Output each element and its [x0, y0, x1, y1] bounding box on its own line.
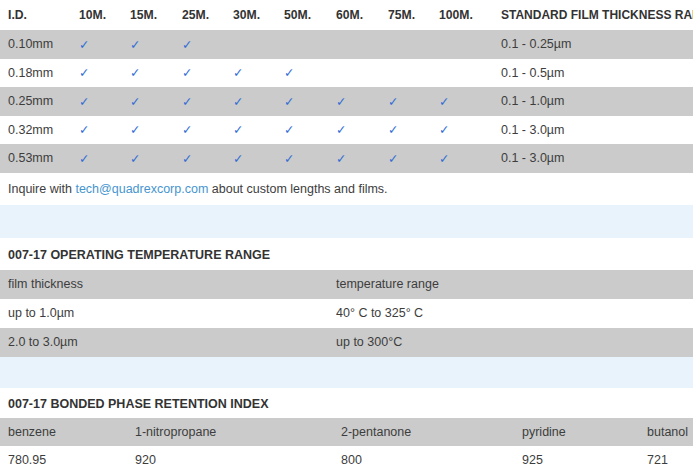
column-header-id: I.D.: [0, 0, 79, 30]
check-icon: ✓: [284, 144, 336, 173]
nitropropane-value: 920: [127, 446, 333, 471]
custom-lengths-note: Inquire with tech@quadrexcorp.com about …: [0, 173, 693, 205]
check-icon: ✓: [182, 30, 233, 59]
check-icon: ✓: [130, 116, 182, 145]
table-row: 0.25mm ✓ ✓ ✓ ✓ ✓ ✓ ✓ ✓ 0.1 - 1.0µm: [0, 87, 693, 116]
table-row: 0.32mm ✓ ✓ ✓ ✓ ✓ ✓ ✓ ✓ 0.1 - 3.0µm: [0, 116, 693, 145]
table-row: 0.10mm ✓ ✓ ✓ 0.1 - 0.25µm: [0, 30, 693, 59]
column-header-30m: 30M.: [233, 0, 284, 30]
film-thickness-value: up to 1.0µm: [0, 299, 336, 328]
table-row: 2.0 to 3.0µm up to 300°C: [0, 328, 693, 357]
check-icon: ✓: [130, 87, 182, 116]
film-range-value: 0.1 - 0.5µm: [501, 59, 693, 88]
column-header-pyridine: pyridine: [514, 418, 639, 446]
check-icon: ✓: [79, 59, 130, 88]
divider-band: [0, 205, 693, 238]
check-icon: [336, 59, 388, 88]
column-header-25m: 25M.: [182, 0, 233, 30]
divider-band: [0, 357, 693, 388]
column-header-75m: 75M.: [388, 0, 439, 30]
check-icon: ✓: [130, 59, 182, 88]
benzene-value: 780.95: [0, 446, 127, 471]
check-icon: ✓: [182, 116, 233, 145]
check-icon: ✓: [439, 144, 501, 173]
column-header-film-thickness: film thickness: [0, 270, 336, 299]
check-icon: ✓: [233, 116, 284, 145]
check-icon: ✓: [79, 144, 130, 173]
pyridine-value: 925: [514, 446, 639, 471]
table-row: up to 1.0µm 40° C to 325° C: [0, 299, 693, 328]
id-label: 0.32mm: [0, 116, 79, 145]
check-icon: ✓: [284, 87, 336, 116]
check-icon: ✓: [233, 59, 284, 88]
film-range-value: 0.1 - 1.0µm: [501, 87, 693, 116]
id-label: 0.25mm: [0, 87, 79, 116]
check-icon: ✓: [388, 87, 439, 116]
film-range-value: 0.1 - 3.0µm: [501, 116, 693, 145]
table-row: 0.53mm ✓ ✓ ✓ ✓ ✓ ✓ ✓ ✓ 0.1 - 3.0µm: [0, 144, 693, 173]
column-header-butanol: butanol: [639, 418, 693, 446]
check-icon: ✓: [336, 87, 388, 116]
note-suffix: about custom lengths and films.: [208, 182, 387, 196]
check-icon: ✓: [79, 30, 130, 59]
check-icon: ✓: [79, 116, 130, 145]
check-icon: ✓: [130, 144, 182, 173]
check-icon: ✓: [388, 144, 439, 173]
check-icon: ✓: [182, 59, 233, 88]
check-icon: ✓: [388, 116, 439, 145]
check-icon: [439, 30, 501, 59]
column-header-10m: 10M.: [79, 0, 130, 30]
check-icon: ✓: [130, 30, 182, 59]
check-icon: ✓: [79, 87, 130, 116]
check-icon: ✓: [439, 116, 501, 145]
check-icon: ✓: [284, 116, 336, 145]
check-icon: [284, 30, 336, 59]
note-prefix: Inquire with: [8, 182, 75, 196]
table-row: 780.95 920 800 925 721: [0, 446, 693, 471]
check-icon: [388, 59, 439, 88]
retention-table: benzene 1-nitropropane 2-pentanone pyrid…: [0, 418, 693, 471]
pentanone-value: 800: [333, 446, 514, 471]
column-header-100m: 100M.: [439, 0, 501, 30]
check-icon: ✓: [182, 87, 233, 116]
table-row: 0.18mm ✓ ✓ ✓ ✓ ✓ 0.1 - 0.5µm: [0, 59, 693, 88]
check-icon: [233, 30, 284, 59]
table-header-row: I.D. 10M. 15M. 25M. 30M. 50M. 60M. 75M. …: [0, 0, 693, 30]
check-icon: ✓: [182, 144, 233, 173]
column-header-15m: 15M.: [130, 0, 182, 30]
film-range-value: 0.1 - 0.25µm: [501, 30, 693, 59]
check-icon: [336, 30, 388, 59]
check-icon: ✓: [233, 144, 284, 173]
page-content: I.D. 10M. 15M. 25M. 30M. 50M. 60M. 75M. …: [0, 0, 693, 471]
check-icon: ✓: [336, 116, 388, 145]
check-icon: ✓: [284, 59, 336, 88]
table-header-row: benzene 1-nitropropane 2-pentanone pyrid…: [0, 418, 693, 446]
column-header-60m: 60M.: [336, 0, 388, 30]
temp-range-value: 40° C to 325° C: [336, 299, 693, 328]
id-label: 0.53mm: [0, 144, 79, 173]
id-label: 0.10mm: [0, 30, 79, 59]
film-thickness-value: 2.0 to 3.0µm: [0, 328, 336, 357]
column-header-50m: 50M.: [284, 0, 336, 30]
page: { "colors": { "row_gray": "#cbcbcb", "ba…: [0, 0, 700, 471]
temp-range-value: up to 300°C: [336, 328, 693, 357]
check-icon: [439, 59, 501, 88]
section-title-retention: 007-17 BONDED PHASE RETENTION INDEX: [0, 397, 693, 411]
check-icon: ✓: [439, 87, 501, 116]
check-icon: [388, 30, 439, 59]
check-icon: ✓: [336, 144, 388, 173]
column-header-benzene: benzene: [0, 418, 127, 446]
id-label: 0.18mm: [0, 59, 79, 88]
temperature-table: film thickness temperature range up to 1…: [0, 270, 693, 357]
column-config-table: I.D. 10M. 15M. 25M. 30M. 50M. 60M. 75M. …: [0, 0, 693, 173]
email-link[interactable]: tech@quadrexcorp.com: [75, 182, 208, 196]
butanol-value: 721: [639, 446, 693, 471]
film-range-value: 0.1 - 3.0µm: [501, 144, 693, 173]
check-icon: ✓: [233, 87, 284, 116]
column-header-pentanone: 2-pentanone: [333, 418, 514, 446]
section-title-temperature: 007-17 OPERATING TEMPERATURE RANGE: [0, 248, 693, 262]
column-header-temp-range: temperature range: [336, 270, 693, 299]
table-header-row: film thickness temperature range: [0, 270, 693, 299]
column-header-film-range: STANDARD FILM THICKNESS RANGE: [501, 0, 693, 30]
column-header-nitropropane: 1-nitropropane: [127, 418, 333, 446]
